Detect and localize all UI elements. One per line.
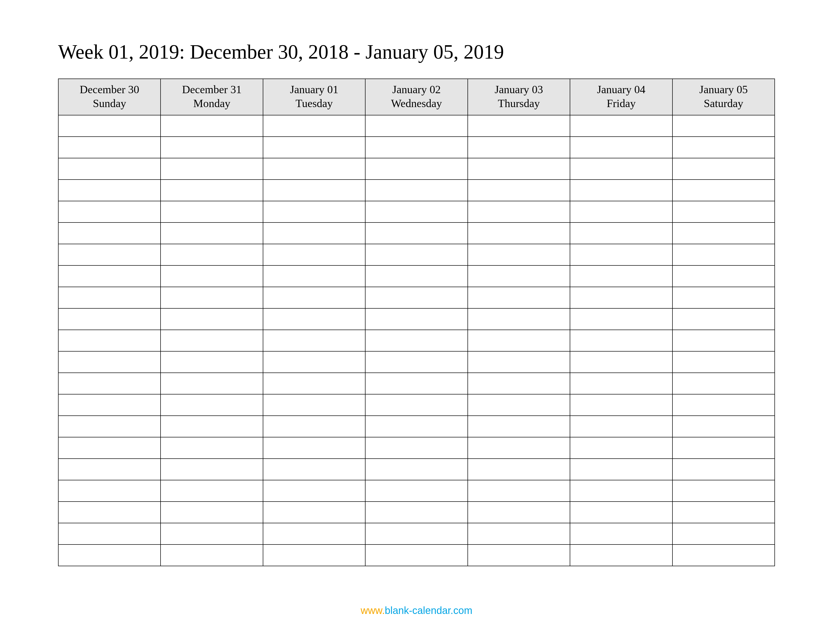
calendar-cell[interactable] — [58, 330, 161, 351]
calendar-cell[interactable] — [58, 480, 161, 502]
calendar-cell[interactable] — [672, 330, 775, 351]
calendar-cell[interactable] — [161, 180, 263, 201]
calendar-cell[interactable] — [365, 158, 468, 180]
calendar-cell[interactable] — [365, 180, 468, 201]
calendar-cell[interactable] — [468, 244, 570, 266]
calendar-cell[interactable] — [570, 115, 672, 137]
calendar-cell[interactable] — [161, 308, 263, 330]
calendar-cell[interactable] — [672, 180, 775, 201]
calendar-cell[interactable] — [58, 394, 161, 416]
calendar-cell[interactable] — [161, 351, 263, 373]
calendar-cell[interactable] — [161, 416, 263, 437]
calendar-cell[interactable] — [570, 373, 672, 394]
calendar-cell[interactable] — [468, 523, 570, 544]
calendar-cell[interactable] — [58, 180, 161, 201]
calendar-cell[interactable] — [365, 201, 468, 222]
calendar-cell[interactable] — [570, 480, 672, 502]
calendar-cell[interactable] — [365, 459, 468, 480]
calendar-cell[interactable] — [58, 459, 161, 480]
calendar-cell[interactable] — [58, 158, 161, 180]
calendar-cell[interactable] — [672, 201, 775, 222]
calendar-cell[interactable] — [58, 437, 161, 459]
calendar-cell[interactable] — [468, 158, 570, 180]
calendar-cell[interactable] — [672, 437, 775, 459]
calendar-cell[interactable] — [263, 416, 365, 437]
calendar-cell[interactable] — [58, 137, 161, 158]
calendar-cell[interactable] — [58, 222, 161, 244]
calendar-cell[interactable] — [58, 308, 161, 330]
calendar-cell[interactable] — [468, 201, 570, 222]
calendar-cell[interactable] — [263, 351, 365, 373]
calendar-cell[interactable] — [263, 523, 365, 544]
calendar-cell[interactable] — [58, 266, 161, 287]
calendar-cell[interactable] — [365, 480, 468, 502]
calendar-cell[interactable] — [570, 459, 672, 480]
calendar-cell[interactable] — [570, 351, 672, 373]
calendar-cell[interactable] — [161, 544, 263, 566]
calendar-cell[interactable] — [263, 201, 365, 222]
calendar-cell[interactable] — [263, 394, 365, 416]
calendar-cell[interactable] — [365, 373, 468, 394]
calendar-cell[interactable] — [672, 244, 775, 266]
calendar-cell[interactable] — [365, 523, 468, 544]
calendar-cell[interactable] — [468, 459, 570, 480]
calendar-cell[interactable] — [365, 115, 468, 137]
calendar-cell[interactable] — [58, 373, 161, 394]
calendar-cell[interactable] — [570, 502, 672, 523]
calendar-cell[interactable] — [365, 394, 468, 416]
calendar-cell[interactable] — [468, 308, 570, 330]
calendar-cell[interactable] — [263, 544, 365, 566]
calendar-cell[interactable] — [570, 330, 672, 351]
calendar-cell[interactable] — [263, 244, 365, 266]
calendar-cell[interactable] — [263, 158, 365, 180]
calendar-cell[interactable] — [365, 222, 468, 244]
calendar-cell[interactable] — [161, 287, 263, 308]
calendar-cell[interactable] — [468, 437, 570, 459]
calendar-cell[interactable] — [58, 244, 161, 266]
calendar-cell[interactable] — [468, 115, 570, 137]
calendar-cell[interactable] — [263, 308, 365, 330]
calendar-cell[interactable] — [263, 373, 365, 394]
calendar-cell[interactable] — [570, 437, 672, 459]
calendar-cell[interactable] — [468, 180, 570, 201]
calendar-cell[interactable] — [263, 222, 365, 244]
calendar-cell[interactable] — [570, 222, 672, 244]
calendar-cell[interactable] — [672, 351, 775, 373]
calendar-cell[interactable] — [570, 544, 672, 566]
calendar-cell[interactable] — [672, 137, 775, 158]
calendar-cell[interactable] — [672, 544, 775, 566]
calendar-cell[interactable] — [672, 459, 775, 480]
calendar-cell[interactable] — [161, 222, 263, 244]
calendar-cell[interactable] — [468, 394, 570, 416]
calendar-cell[interactable] — [468, 266, 570, 287]
calendar-cell[interactable] — [570, 308, 672, 330]
calendar-cell[interactable] — [263, 502, 365, 523]
calendar-cell[interactable] — [672, 115, 775, 137]
calendar-cell[interactable] — [468, 330, 570, 351]
calendar-cell[interactable] — [365, 266, 468, 287]
calendar-cell[interactable] — [570, 137, 672, 158]
calendar-cell[interactable] — [365, 544, 468, 566]
calendar-cell[interactable] — [570, 394, 672, 416]
calendar-cell[interactable] — [161, 523, 263, 544]
calendar-cell[interactable] — [570, 416, 672, 437]
calendar-cell[interactable] — [365, 287, 468, 308]
calendar-cell[interactable] — [672, 308, 775, 330]
calendar-cell[interactable] — [58, 416, 161, 437]
calendar-cell[interactable] — [672, 373, 775, 394]
calendar-cell[interactable] — [263, 180, 365, 201]
calendar-cell[interactable] — [365, 351, 468, 373]
calendar-cell[interactable] — [468, 373, 570, 394]
calendar-cell[interactable] — [672, 158, 775, 180]
calendar-cell[interactable] — [161, 330, 263, 351]
calendar-cell[interactable] — [263, 480, 365, 502]
calendar-cell[interactable] — [468, 351, 570, 373]
calendar-cell[interactable] — [468, 502, 570, 523]
calendar-cell[interactable] — [58, 523, 161, 544]
calendar-cell[interactable] — [468, 416, 570, 437]
calendar-cell[interactable] — [468, 544, 570, 566]
calendar-cell[interactable] — [365, 137, 468, 158]
calendar-cell[interactable] — [468, 222, 570, 244]
calendar-cell[interactable] — [672, 222, 775, 244]
calendar-cell[interactable] — [161, 201, 263, 222]
